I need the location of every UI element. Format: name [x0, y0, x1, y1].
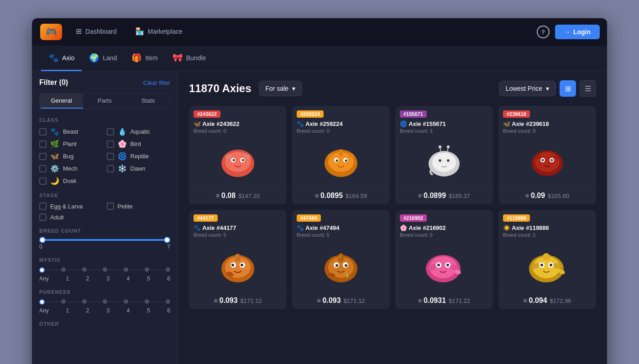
mystic-label-any: Any [39, 276, 49, 282]
axie-card-44177[interactable]: #44177 🐾 Axie #44177 Breed count: 5 [189, 210, 287, 309]
svg-point-12 [336, 160, 338, 162]
svg-point-42 [235, 255, 238, 258]
mystic-label-2: 2 [86, 276, 89, 282]
eth-icon-216902: ≡ [418, 297, 422, 304]
mystic-label-4: 4 [127, 276, 130, 282]
filter-title: Filter (0) [39, 78, 68, 87]
mystic-dot-1[interactable] [61, 267, 66, 272]
card-breed-47494: Breed count: 5 [297, 232, 385, 238]
help-button[interactable]: ? [537, 26, 550, 38]
class-beast[interactable]: 🐾 Beast [39, 127, 103, 136]
mystic-dot-6[interactable] [166, 267, 170, 272]
egg-larva-checkbox[interactable] [39, 203, 47, 210]
class-mech[interactable]: ⚙️ Mech [39, 164, 103, 173]
sort-dropdown[interactable]: Lowest Price ▾ [499, 81, 556, 96]
filter-tab-stats[interactable]: Stats [126, 94, 170, 109]
pureness-slider [39, 299, 170, 305]
beast-label: Beast [63, 128, 78, 135]
help-label: ? [541, 29, 545, 36]
class-grid: 🐾 Beast 💧 Aquatic 🌿 Plant 🌸 Bird [39, 127, 170, 185]
axie-card-119886[interactable]: #119886 ☀️ Axie #119886 Breed count: 1 [498, 210, 596, 309]
filter-tab-general[interactable]: General [40, 94, 83, 109]
nav-marketplace[interactable]: 🏪 Marketplace [126, 18, 192, 46]
class-aquatic[interactable]: 💧 Aquatic [107, 127, 171, 136]
beast-checkbox[interactable] [39, 128, 47, 135]
dashboard-icon: ⊞ [76, 27, 82, 36]
axie-image-259224 [320, 143, 361, 179]
class-dusk[interactable]: 🌙 Dusk [39, 177, 103, 185]
mech-checkbox[interactable] [39, 165, 47, 172]
class-bird[interactable]: 🌸 Bird [107, 140, 171, 148]
card-header-259224: #259224 🐾 Axie #259224 Breed count: 0 [292, 106, 390, 135]
pureness-dot-4[interactable] [124, 299, 128, 304]
dawn-checkbox[interactable] [107, 165, 114, 172]
tab-land[interactable]: 🌍 Land [82, 46, 124, 71]
bundle-label: Bundle [186, 54, 206, 62]
stage-petite[interactable]: Petite [107, 203, 171, 210]
class-dawn[interactable]: ❄️ Dawn [107, 164, 171, 173]
grid-view-icon: ⊞ [565, 84, 571, 93]
axie-card-155671[interactable]: #155671 🌀 Axie #155671 Breed count: 3 [395, 106, 493, 204]
egg-larva-label: Egg & Larva [50, 203, 83, 210]
svg-point-57 [437, 264, 440, 266]
mystic-label-3: 3 [106, 276, 110, 282]
login-button[interactable]: → Login [555, 25, 600, 39]
adult-checkbox[interactable] [39, 213, 47, 221]
bird-checkbox[interactable] [107, 140, 114, 148]
tab-item[interactable]: 🎁 Item [124, 46, 165, 71]
eth-price-259224: ≡ 0.0895 [315, 192, 343, 200]
grid-view-button[interactable]: ⊞ [560, 80, 576, 97]
axie-card-216902[interactable]: #216902 🌸 Axie #216902 Breed count: 0 [395, 210, 493, 309]
pureness-dot-2[interactable] [82, 299, 87, 304]
mystic-dot-4[interactable] [124, 267, 128, 272]
bug-checkbox[interactable] [39, 153, 47, 160]
axie-card-259224[interactable]: #259224 🐾 Axie #259224 Breed count: 0 [292, 106, 390, 204]
mystic-dot-any[interactable] [39, 267, 45, 273]
reptile-checkbox[interactable] [107, 153, 114, 160]
eth-icon-47494: ≡ [317, 297, 320, 304]
breed-thumb-left[interactable] [39, 237, 46, 243]
badge-119886: #119886 [503, 214, 530, 222]
nav-dashboard[interactable]: ⊞ Dashboard [67, 18, 126, 46]
mystic-slider [39, 267, 170, 273]
stage-egg-larva[interactable]: Egg & Larva [39, 203, 103, 210]
pureness-dot-1[interactable] [61, 299, 66, 304]
eth-price-216902: ≡ 0.0931 [418, 296, 446, 305]
plant-checkbox[interactable] [39, 140, 47, 148]
clear-filter-button[interactable]: Clear filter [143, 79, 170, 86]
eth-icon-155671: ≡ [418, 192, 422, 199]
dashboard-label: Dashboard [85, 28, 117, 35]
filter-tab-parts[interactable]: Parts [83, 94, 126, 109]
aquatic-checkbox[interactable] [107, 128, 114, 135]
class-section-label: CLASS [39, 117, 170, 123]
card-header-243622: #243622 🦋 Axie #243622 Breed count: 0 [189, 106, 287, 135]
stage-section-label: STAGE [39, 192, 170, 198]
stage-adult[interactable]: Adult [39, 213, 103, 221]
mystic-dot-points [39, 267, 170, 273]
dusk-checkbox[interactable] [39, 177, 47, 185]
tab-bundle[interactable]: 🎀 Bundle [165, 46, 214, 71]
card-name-44177: 🐾 Axie #44177 [194, 224, 282, 231]
tab-axio[interactable]: 🐾 Axio [41, 46, 82, 71]
breed-thumb-right[interactable] [164, 237, 170, 243]
pureness-dot-3[interactable] [103, 299, 107, 304]
pureness-dot-5[interactable] [145, 299, 149, 304]
list-view-button[interactable]: ☰ [580, 80, 596, 97]
svg-point-58 [446, 264, 449, 266]
svg-point-21 [439, 159, 441, 162]
mystic-dot-2[interactable] [82, 267, 87, 272]
for-sale-dropdown[interactable]: For sale ▾ [259, 81, 303, 96]
pureness-dot-any[interactable] [39, 299, 45, 305]
pureness-dot-6[interactable] [166, 299, 170, 304]
class-reptile[interactable]: 🌀 Reptile [107, 152, 171, 161]
mystic-dot-5[interactable] [145, 267, 149, 272]
axie-card-47494[interactable]: #47494 🐾 Axie #47494 Breed count: 5 [292, 210, 390, 309]
mystic-dot-3[interactable] [103, 267, 107, 272]
usd-price-119886: $172.96 [550, 297, 571, 304]
breed-slider-fill [39, 239, 170, 241]
axie-card-243622[interactable]: #243622 🦋 Axie #243622 Breed count: 0 [189, 106, 287, 204]
class-plant[interactable]: 🌿 Plant [39, 140, 103, 148]
axie-card-239618[interactable]: #239618 🦋 Axie #239618 Breed count: 0 [498, 106, 596, 204]
class-bug[interactable]: 🦋 Bug [39, 152, 103, 161]
petite-checkbox[interactable] [107, 203, 114, 210]
